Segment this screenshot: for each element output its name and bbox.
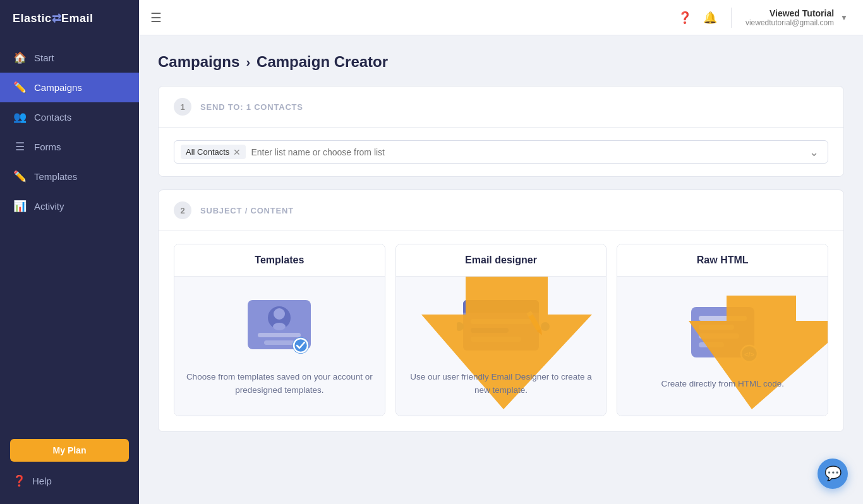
- section1-body: All Contacts ✕ ⌄: [159, 128, 843, 176]
- svg-rect-12: [471, 328, 509, 333]
- campaigns-icon: ✏️: [13, 81, 27, 94]
- chat-button[interactable]: 💬: [818, 459, 848, 489]
- breadcrumb-current: Campaign Creator: [256, 53, 388, 71]
- tag-label: All Contacts: [186, 147, 229, 157]
- sidebar-label-templates: Templates: [34, 171, 77, 182]
- logo-text: Elastic⇄Email: [13, 11, 94, 25]
- svg-rect-23: [699, 333, 739, 339]
- svg-point-15: [541, 322, 550, 331]
- section-send-to: 1 SEND TO: 1 CONTACTS All Contacts ✕ ⌄: [158, 86, 844, 177]
- svg-point-2: [274, 308, 285, 320]
- topbar-right: ❓ 🔔 Viewed Tutorial viewedtutorial@gmail…: [678, 8, 848, 28]
- breadcrumb-parent: Campaigns: [158, 53, 239, 71]
- topbar-left: ☰: [150, 10, 162, 25]
- raw-html-svg: </>: [679, 302, 767, 365]
- email-designer-svg: [457, 295, 558, 358]
- sidebar: Elastic⇄Email 🏠 Start ✏️ Campaigns 👥 Con…: [0, 0, 139, 504]
- logo: Elastic⇄Email: [0, 0, 139, 37]
- sidebar-item-contacts[interactable]: 👥 Contacts: [0, 102, 139, 132]
- email-designer-card-body: Use our user friendly Email Designer to …: [396, 277, 607, 416]
- sidebar-label-forms: Forms: [34, 141, 61, 152]
- svg-rect-4: [258, 333, 301, 337]
- email-designer-card[interactable]: Email designer: [395, 244, 607, 416]
- sidebar-label-campaigns: Campaigns: [34, 82, 82, 93]
- user-display-name: Viewed Tutorial: [745, 8, 834, 18]
- svg-point-14: [457, 322, 464, 331]
- sidebar-bottom: My Plan ❓ Help: [0, 429, 139, 504]
- sidebar-item-campaigns[interactable]: ✏️ Campaigns: [0, 73, 139, 102]
- templates-card-desc: Choose from templates saved on your acco…: [184, 371, 375, 397]
- forms-icon: ☰: [13, 140, 27, 153]
- user-email: viewedtutorial@gmail.com: [745, 18, 834, 27]
- templates-card-body: Choose from templates saved on your acco…: [174, 277, 385, 416]
- all-contacts-tag: All Contacts ✕: [181, 145, 246, 159]
- breadcrumb-separator: ›: [246, 55, 250, 69]
- contact-list-input[interactable]: [251, 147, 802, 157]
- raw-html-card[interactable]: Raw HTML: [617, 244, 828, 416]
- help-circle-icon[interactable]: ❓: [678, 11, 692, 25]
- svg-rect-5: [264, 340, 294, 345]
- topbar-divider: [731, 8, 732, 28]
- tag-remove-button[interactable]: ✕: [233, 148, 241, 157]
- section2-header: 2 SUBJECT / CONTENT: [159, 190, 843, 231]
- breadcrumb: Campaigns › Campaign Creator: [158, 53, 844, 71]
- help-label: Help: [32, 476, 52, 486]
- raw-html-illustration: </>: [679, 302, 767, 365]
- svg-text:</>: </>: [744, 351, 754, 358]
- sidebar-nav: 🏠 Start ✏️ Campaigns 👥 Contacts ☰ Forms …: [0, 37, 139, 429]
- main-content: ☰ ❓ 🔔 Viewed Tutorial viewedtutorial@gma…: [139, 0, 863, 504]
- section2-number: 2: [174, 201, 191, 219]
- templates-svg: [235, 295, 323, 358]
- svg-rect-13: [471, 337, 521, 342]
- chat-icon: 💬: [824, 465, 842, 482]
- templates-illustration: [235, 295, 323, 358]
- email-designer-illustration: [457, 295, 545, 358]
- svg-point-3: [273, 323, 286, 330]
- contact-dropdown-button[interactable]: ⌄: [807, 145, 821, 159]
- raw-html-card-header: Raw HTML: [617, 244, 828, 277]
- my-plan-button[interactable]: My Plan: [10, 439, 129, 462]
- templates-card-header: Templates: [174, 244, 385, 277]
- contacts-icon: 👥: [13, 111, 27, 124]
- templates-icon: ✏️: [13, 170, 27, 183]
- email-designer-card-header: Email designer: [396, 244, 607, 277]
- page-body: Campaigns › Campaign Creator 1 SEND TO: …: [139, 35, 863, 504]
- bell-icon[interactable]: 🔔: [703, 11, 717, 25]
- home-icon: 🏠: [13, 51, 27, 64]
- content-cards: Templates: [159, 231, 843, 431]
- sidebar-item-help[interactable]: ❓ Help: [10, 471, 129, 491]
- topbar: ☰ ❓ 🔔 Viewed Tutorial viewedtutorial@gma…: [139, 0, 863, 35]
- hamburger-icon[interactable]: ☰: [150, 10, 162, 25]
- help-icon: ❓: [13, 474, 26, 488]
- sidebar-item-templates[interactable]: ✏️ Templates: [0, 162, 139, 191]
- svg-rect-22: [699, 325, 734, 330]
- user-dropdown-arrow: ▼: [840, 13, 848, 22]
- contact-input-row: All Contacts ✕ ⌄: [174, 140, 828, 164]
- section-subject-content: 2 SUBJECT / CONTENT Templates: [158, 189, 844, 432]
- sidebar-item-forms[interactable]: ☰ Forms: [0, 132, 139, 162]
- svg-rect-10: [463, 309, 539, 313]
- section1-header: 1 SEND TO: 1 CONTACTS: [159, 87, 843, 128]
- svg-rect-21: [699, 316, 747, 321]
- user-name-block: Viewed Tutorial viewedtutorial@gmail.com: [745, 8, 834, 27]
- activity-icon: 📊: [13, 200, 27, 213]
- sidebar-label-start: Start: [34, 52, 54, 63]
- sidebar-label-activity: Activity: [34, 201, 64, 212]
- svg-rect-11: [471, 319, 531, 324]
- sidebar-item-start[interactable]: 🏠 Start: [0, 43, 139, 73]
- email-designer-card-desc: Use our user friendly Email Designer to …: [406, 371, 596, 397]
- section2-title: SUBJECT / CONTENT: [200, 206, 294, 215]
- section1-title: SEND TO: 1 CONTACTS: [200, 102, 303, 112]
- section1-number: 1: [174, 98, 191, 116]
- svg-rect-24: [699, 342, 724, 347]
- user-info[interactable]: Viewed Tutorial viewedtutorial@gmail.com…: [745, 8, 848, 27]
- sidebar-item-activity[interactable]: 📊 Activity: [0, 191, 139, 221]
- raw-html-card-desc: Create directly from HTML code.: [661, 378, 784, 391]
- sidebar-label-contacts: Contacts: [34, 112, 71, 123]
- raw-html-card-body: </> Create directly from HTML code.: [617, 277, 828, 416]
- templates-card[interactable]: Templates: [174, 244, 385, 416]
